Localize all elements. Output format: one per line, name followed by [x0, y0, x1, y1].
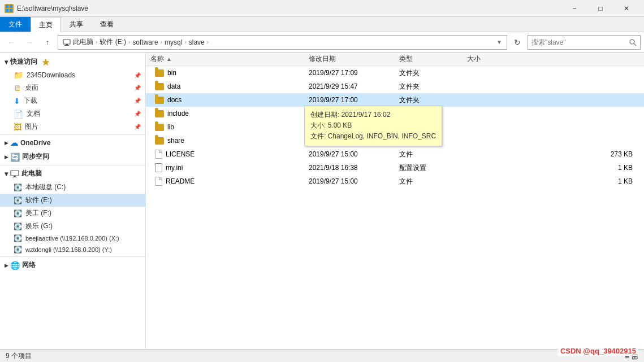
sync-header[interactable]: ▸ 🔄 同步空间	[0, 150, 145, 164]
col-name-header[interactable]: 名称 ▲	[146, 54, 304, 64]
col-date-header[interactable]: 修改日期	[304, 54, 395, 64]
quick-access-header[interactable]: ▾ 快速访问	[0, 55, 145, 69]
file-row[interactable]: data 2021/9/29 15:47 文件夹	[146, 80, 644, 93]
network-label: 网络	[22, 260, 36, 270]
file-icon	[155, 150, 162, 159]
file-list: bin 2019/9/27 17:09 文件夹 data 2021/9/29 1…	[146, 66, 644, 349]
download-icon: ⬇	[14, 97, 20, 106]
path-software[interactable]: software	[132, 38, 158, 46]
drive-label: 美工 (F:)	[25, 208, 51, 218]
network-header[interactable]: ▸ 🌐 网络	[0, 258, 145, 272]
sort-arrow: ▲	[166, 56, 172, 62]
drive-icon: 💽	[14, 234, 22, 242]
drive-label: beejiaactive (\\192.168.0.200) (X:)	[25, 235, 119, 242]
main-layout: ▾ 快速访问 📁 2345Downloads 📌 🖥 桌面 📌 ⬇ 下载 📌 📄…	[0, 53, 644, 349]
sidebar-label: 文档	[27, 109, 40, 119]
file-name: README	[146, 177, 304, 186]
sidebar-item-c[interactable]: 💽 本地磁盘 (C:)	[0, 181, 145, 194]
file-row[interactable]: include 文件夹 创建日期: 2021/9/17 16:02 大小: 5.…	[146, 107, 644, 120]
ribbon-tabs: 文件 主页 共享 查看	[0, 17, 644, 32]
list-view-icon[interactable]: ≡	[625, 352, 629, 361]
drive-icon: 💽	[14, 197, 22, 204]
pin-icon: 📌	[134, 111, 141, 117]
refresh-button[interactable]: ↻	[509, 34, 525, 50]
file-type: 文件夹	[395, 109, 463, 119]
file-row[interactable]: bin 2019/9/27 17:09 文件夹	[146, 66, 644, 80]
sidebar-item-x[interactable]: 💽 beejiaactive (\\192.168.0.200) (X:)	[0, 233, 145, 244]
sidebar-item-desktop[interactable]: 🖥 桌面 📌	[0, 81, 145, 94]
drive-label: 娱乐 (G:)	[25, 221, 53, 231]
chevron-right-icon: ▸	[5, 153, 8, 161]
drive-label: wztdongli (\\192.168.0.200) (Y:)	[25, 246, 112, 253]
sidebar-item-2345downloads[interactable]: 📁 2345Downloads 📌	[0, 69, 145, 81]
file-size: 1 KB	[463, 177, 644, 185]
divider	[0, 256, 145, 257]
search-box[interactable]	[528, 35, 641, 50]
file-type: 文件夹	[395, 136, 463, 146]
onedrive-header[interactable]: ▸ ☁ OneDrive	[0, 136, 145, 150]
folder-icon	[155, 110, 164, 117]
sidebar-item-pictures[interactable]: 🖼 图片 📌	[0, 120, 145, 133]
svg-rect-11	[14, 176, 16, 177]
search-input[interactable]	[531, 38, 626, 46]
file-row[interactable]: README 2019/9/27 15:00 文件 1 KB	[146, 175, 644, 188]
sidebar-item-g[interactable]: 💽 娱乐 (G:)	[0, 220, 145, 233]
file-date: 2019/9/27 17:09	[304, 69, 395, 77]
file-type: 文件	[395, 150, 463, 159]
sidebar-item-y[interactable]: 💽 wztdongli (\\192.168.0.200) (Y:)	[0, 244, 145, 255]
title-bar-left: E:\software\mysql\slave	[5, 4, 88, 13]
address-path[interactable]: 此电脑 › 软件 (E:) › software › mysql › slave…	[58, 35, 507, 50]
path-thispc[interactable]: 此电脑	[73, 37, 93, 47]
file-row[interactable]: share 文件夹	[146, 134, 644, 147]
file-date: 2019/9/27 15:00	[304, 150, 395, 158]
chevron-right-icon: ▸	[5, 139, 8, 147]
content-area: 名称 ▲ 修改日期 类型 大小 bin 2019/9/27 17:09 文件夹	[146, 53, 644, 349]
title-bar: E:\software\mysql\slave − □ ✕	[0, 0, 644, 17]
column-header: 名称 ▲ 修改日期 类型 大小	[146, 53, 644, 66]
sidebar-item-downloads[interactable]: ⬇ 下载 📌	[0, 94, 145, 107]
forward-button[interactable]: →	[21, 34, 37, 50]
sidebar-label: 桌面	[25, 83, 38, 93]
path-dropdown-arrow[interactable]: ▼	[496, 39, 502, 45]
chevron-down-icon: ▾	[5, 170, 8, 178]
up-button[interactable]: ↑	[40, 34, 55, 50]
drive-icon: 💽	[14, 210, 22, 217]
file-row[interactable]: my.ini 2021/9/18 16:38 配置设置 1 KB	[146, 161, 644, 175]
divider	[0, 134, 145, 135]
sidebar-item-documents[interactable]: 📄 文档 📌	[0, 107, 145, 120]
file-type: 文件夹	[395, 123, 463, 132]
svg-rect-6	[64, 45, 69, 46]
grid-view-icon[interactable]: ⊞	[632, 352, 638, 361]
drive-icon: 💽	[14, 223, 22, 230]
sidebar: ▾ 快速访问 📁 2345Downloads 📌 🖥 桌面 📌 ⬇ 下载 📌 📄…	[0, 53, 146, 349]
sidebar-label: 2345Downloads	[27, 71, 75, 79]
folder-icon: 🖼	[14, 123, 21, 132]
tab-home[interactable]: 主页	[31, 17, 61, 32]
file-name: share	[146, 137, 304, 145]
file-size: 1 KB	[463, 164, 644, 172]
back-button[interactable]: ←	[3, 34, 19, 50]
tab-file[interactable]: 文件	[0, 17, 31, 32]
file-name: lib	[146, 123, 304, 131]
path-mysql[interactable]: mysql	[165, 38, 182, 46]
path-slave[interactable]: slave	[189, 38, 205, 46]
col-type-header[interactable]: 类型	[395, 54, 463, 64]
col-size-header[interactable]: 大小	[463, 54, 644, 64]
folder-icon: 📄	[14, 110, 23, 119]
sidebar-item-f[interactable]: 💽 美工 (F:)	[0, 207, 145, 220]
path-drive[interactable]: 软件 (E:)	[100, 37, 126, 47]
tab-view[interactable]: 查看	[92, 17, 122, 32]
file-date: 2019/9/27 15:00	[304, 177, 395, 185]
file-row[interactable]: lib 文件夹	[146, 120, 644, 134]
chevron-right-icon: ▸	[5, 261, 8, 269]
file-row[interactable]: LICENSE 2019/9/27 15:00 文件 273 KB	[146, 147, 644, 161]
thispc-header[interactable]: ▾ 此电脑	[0, 167, 145, 181]
tab-share[interactable]: 共享	[61, 17, 92, 32]
file-name: docs	[146, 96, 304, 104]
file-row[interactable]: docs 2019/9/27 17:00 文件夹	[146, 93, 644, 107]
close-button[interactable]: ✕	[613, 0, 639, 17]
svg-rect-3	[10, 9, 12, 12]
minimize-button[interactable]: −	[561, 0, 587, 17]
maximize-button[interactable]: □	[587, 0, 613, 17]
sidebar-item-e[interactable]: 💽 软件 (E:)	[0, 194, 145, 207]
